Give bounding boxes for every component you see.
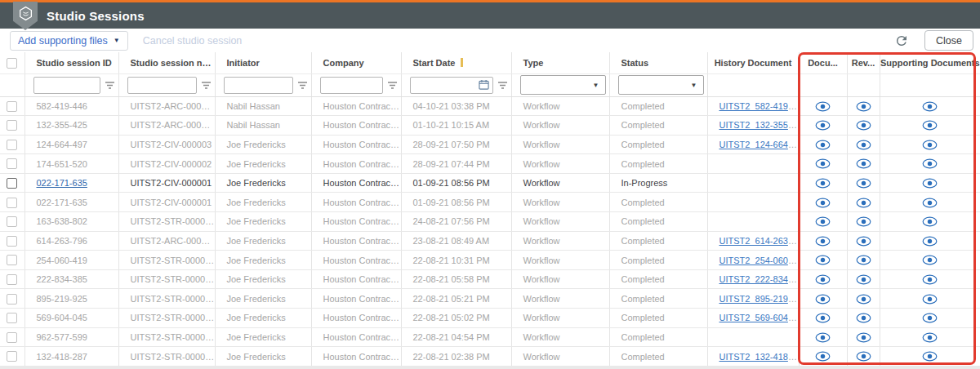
- eye-icon[interactable]: [856, 313, 871, 323]
- eye-icon[interactable]: [856, 294, 871, 305]
- row-checkbox[interactable]: [7, 198, 17, 208]
- row-checkbox[interactable]: [7, 274, 17, 285]
- eye-icon[interactable]: [922, 274, 938, 285]
- eye-icon[interactable]: [922, 216, 938, 227]
- company-filter-input[interactable]: [320, 77, 383, 94]
- eye-icon[interactable]: [922, 140, 938, 150]
- eye-icon[interactable]: [815, 294, 831, 305]
- eye-icon[interactable]: [815, 313, 831, 323]
- row-checkbox[interactable]: [7, 158, 17, 169]
- eye-icon[interactable]: [856, 158, 871, 169]
- eye-icon[interactable]: [922, 198, 938, 208]
- start-date-filter-input[interactable]: [410, 77, 493, 94]
- row-checkbox[interactable]: [7, 313, 17, 323]
- add-supporting-files-button[interactable]: Add supporting files ▼: [10, 31, 128, 51]
- eye-icon[interactable]: [922, 158, 938, 169]
- eye-icon[interactable]: [922, 101, 938, 112]
- history-document-link[interactable]: UITST2_582-419-446-0...: [719, 101, 800, 111]
- row-checkbox[interactable]: [7, 178, 17, 189]
- col-header-revision[interactable]: Rev...: [847, 52, 880, 73]
- eye-icon[interactable]: [922, 236, 938, 247]
- eye-icon[interactable]: [815, 216, 831, 227]
- eye-icon[interactable]: [856, 274, 871, 285]
- history-document-link[interactable]: UITST2_614-263-796-0...: [719, 236, 800, 246]
- eye-icon[interactable]: [815, 178, 831, 189]
- eye-icon[interactable]: [856, 216, 871, 227]
- col-header-status[interactable]: Status: [609, 52, 707, 73]
- col-header-initiator[interactable]: Initiator: [215, 52, 311, 73]
- row-checkbox[interactable]: [7, 294, 17, 305]
- history-document-link[interactable]: UITST2_222-834-385-0...: [719, 274, 800, 284]
- row-checkbox[interactable]: [7, 216, 17, 227]
- row-checkbox[interactable]: [7, 236, 17, 247]
- row-checkbox[interactable]: [7, 332, 17, 343]
- initiator-filter-input[interactable]: [224, 77, 293, 94]
- close-button[interactable]: Close: [924, 30, 973, 51]
- history-document-link[interactable]: UITST2_254-060-419-0...: [719, 256, 800, 265]
- table-row[interactable]: 569-604-045 UITST2-STR-000003 Joe Freder…: [0, 309, 980, 328]
- col-header-company[interactable]: Company: [311, 52, 401, 73]
- session-id-filter-input[interactable]: [33, 77, 100, 94]
- row-checkbox[interactable]: [7, 255, 17, 265]
- eye-icon[interactable]: [815, 332, 831, 343]
- table-row[interactable]: 022-171-635 UITST2-CIV-000001 Joe Freder…: [0, 173, 980, 193]
- eye-icon[interactable]: [815, 198, 831, 208]
- row-checkbox[interactable]: [7, 351, 17, 362]
- eye-icon[interactable]: [856, 332, 871, 343]
- table-row[interactable]: 132-355-425 UITST2-ARC-000010 Nabil Hass…: [0, 116, 980, 136]
- filter-icon[interactable]: [497, 81, 508, 90]
- eye-icon[interactable]: [856, 101, 871, 112]
- session-id-value[interactable]: 022-171-635: [37, 178, 87, 188]
- eye-icon[interactable]: [856, 236, 871, 247]
- table-row[interactable]: 895-219-925 UITST2-STR-000004 Joe Freder…: [0, 289, 980, 309]
- table-row[interactable]: 174-651-520 UITST2-CIV-000002 Joe Freder…: [0, 154, 980, 174]
- history-document-link[interactable]: UITST2_895-219-925-0...: [719, 294, 800, 304]
- table-row[interactable]: 163-638-802 UITST2-STR-000007 Joe Freder…: [0, 212, 980, 232]
- status-filter-select[interactable]: ▼: [618, 75, 704, 95]
- select-all-checkbox[interactable]: [7, 58, 17, 69]
- eye-icon[interactable]: [815, 158, 831, 169]
- table-row[interactable]: 254-060-419 UITST2-STR-000006 Joe Freder…: [0, 251, 980, 270]
- col-header-type[interactable]: Type: [511, 52, 609, 73]
- eye-icon[interactable]: [856, 198, 871, 208]
- table-row[interactable]: 614-263-796 UITST2-ARC-000001 Joe Freder…: [0, 231, 980, 251]
- row-checkbox[interactable]: [7, 120, 17, 131]
- table-row[interactable]: 022-171-635 UITST2-CIV-000001 Joe Freder…: [0, 193, 980, 212]
- cancel-studio-session-button[interactable]: Cancel studio session: [143, 35, 243, 47]
- col-header-start-date[interactable]: Start Date: [401, 52, 511, 73]
- eye-icon[interactable]: [856, 351, 871, 362]
- row-checkbox[interactable]: [7, 101, 17, 112]
- eye-icon[interactable]: [815, 274, 831, 285]
- table-row[interactable]: 222-834-385 UITST2-STR-000005 Joe Freder…: [0, 269, 980, 289]
- col-header-document[interactable]: Docu...: [799, 52, 847, 73]
- col-header-history-document[interactable]: History Document: [707, 52, 799, 73]
- eye-icon[interactable]: [922, 178, 938, 189]
- refresh-icon[interactable]: [893, 33, 910, 49]
- table-row[interactable]: 124-664-497 UITST2-CIV-000003 Joe Freder…: [0, 135, 980, 154]
- history-document-link[interactable]: UITST2_124-664-497-0...: [719, 140, 800, 149]
- filter-icon[interactable]: [387, 81, 398, 90]
- eye-icon[interactable]: [815, 120, 831, 131]
- eye-icon[interactable]: [922, 120, 938, 131]
- history-document-link[interactable]: UITST2_132-355-425-0...: [719, 120, 800, 130]
- history-document-link[interactable]: UITST2_132-418-287-0...: [719, 352, 800, 362]
- eye-icon[interactable]: [815, 255, 831, 265]
- eye-icon[interactable]: [922, 294, 938, 305]
- history-document-link[interactable]: UITST2_569-604-045-0...: [719, 313, 800, 322]
- eye-icon[interactable]: [856, 120, 871, 131]
- col-header-session-id[interactable]: Studio session ID: [24, 52, 118, 73]
- col-header-supporting-documents[interactable]: Supporting Documents: [880, 52, 980, 73]
- eye-icon[interactable]: [922, 255, 938, 265]
- eye-icon[interactable]: [856, 178, 871, 189]
- eye-icon[interactable]: [815, 351, 831, 362]
- col-header-session-name[interactable]: Studio session name: [118, 52, 215, 73]
- eye-icon[interactable]: [856, 255, 871, 265]
- eye-icon[interactable]: [922, 332, 938, 343]
- filter-icon[interactable]: [297, 81, 308, 90]
- row-checkbox[interactable]: [7, 140, 17, 150]
- filter-icon[interactable]: [201, 81, 212, 90]
- eye-icon[interactable]: [815, 236, 831, 247]
- eye-icon[interactable]: [922, 351, 938, 362]
- eye-icon[interactable]: [856, 140, 871, 150]
- type-filter-select[interactable]: ▼: [520, 75, 606, 95]
